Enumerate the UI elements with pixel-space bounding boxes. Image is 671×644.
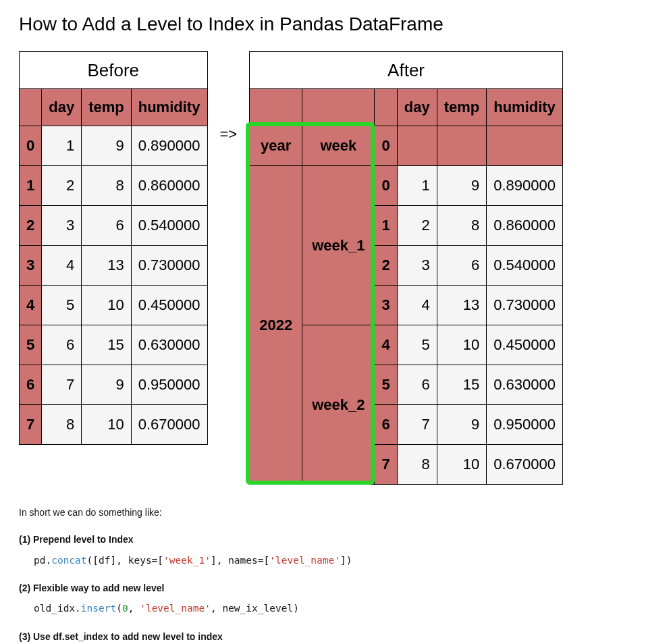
index-top-inner: 0 — [375, 126, 397, 166]
table-row: 6790.950000 — [20, 365, 208, 405]
notes-intro: In short we can do something like: — [19, 505, 652, 520]
cell-temp: 13 — [437, 286, 487, 325]
row-index: 6 — [375, 405, 397, 445]
before-caption: Before — [20, 52, 208, 89]
table-row: 45100.450000 — [20, 286, 208, 325]
col-temp: temp — [82, 89, 132, 126]
col-day: day — [397, 89, 437, 126]
row-index: 5 — [375, 365, 397, 405]
cell-humidity: 0.730000 — [487, 286, 563, 325]
cell-temp: 15 — [82, 325, 132, 365]
col-temp: temp — [437, 89, 487, 126]
cell-temp: 8 — [82, 166, 132, 206]
cell-humidity: 0.630000 — [487, 365, 563, 405]
row-index: 7 — [20, 405, 42, 445]
row-index: 4 — [375, 325, 397, 365]
before-table: Before day temp humidity 0190.8900001280… — [19, 51, 208, 445]
level-week1: week_1 — [302, 166, 375, 325]
cell-day: 1 — [397, 166, 437, 206]
cell-humidity: 0.630000 — [131, 325, 207, 365]
cell-day: 6 — [42, 325, 82, 365]
cell-humidity: 0.450000 — [131, 286, 207, 325]
row-index: 1 — [20, 166, 42, 206]
notes-section: In short we can do something like: (1) P… — [19, 505, 652, 644]
cell-day: 5 — [42, 286, 82, 325]
code-block-1: pd.concat([df], keys=['week_1'], names=[… — [34, 553, 652, 568]
table-row: 1280.860000 — [20, 166, 208, 206]
index-name-week: week — [302, 126, 375, 166]
after-caption: After — [250, 52, 563, 89]
row-index: 3 — [375, 286, 397, 325]
step2-title: (2) Flexible way to add new level — [19, 581, 652, 595]
cell-day: 8 — [397, 445, 437, 485]
cell-day: 1 — [42, 126, 82, 166]
cell-humidity: 0.950000 — [131, 365, 207, 405]
table-row: 34130.730000 — [20, 246, 208, 286]
step3-title: (3) Use df.set_index to add new level to… — [19, 629, 652, 644]
table-row: 78100.670000 — [20, 405, 208, 445]
level-year: 2022 — [250, 166, 302, 485]
col-day: day — [42, 89, 82, 126]
arrow-icon: => — [220, 126, 238, 143]
cell-temp: 9 — [437, 405, 487, 445]
cell-temp: 10 — [82, 286, 132, 325]
cell-temp: 13 — [82, 246, 132, 286]
cell-temp: 9 — [82, 365, 132, 405]
cell-day: 4 — [397, 286, 437, 325]
table-row: 0190.890000 — [20, 126, 208, 166]
row-index: 1 — [375, 206, 397, 246]
table-row: 2022week_10190.890000 — [250, 166, 563, 206]
cell-temp: 10 — [437, 445, 487, 485]
cell-humidity: 0.450000 — [487, 325, 563, 365]
after-table: After day temp humidity year week 0 2022… — [249, 51, 563, 485]
cell-temp: 6 — [82, 206, 132, 246]
cell-humidity: 0.890000 — [131, 126, 207, 166]
cell-humidity: 0.860000 — [131, 166, 207, 206]
cell-temp: 10 — [437, 325, 487, 365]
cell-humidity: 0.730000 — [131, 246, 207, 286]
table-row: 2360.540000 — [20, 206, 208, 246]
cell-temp: 9 — [437, 166, 487, 206]
cell-day: 5 — [397, 325, 437, 365]
cell-temp: 10 — [82, 405, 132, 445]
cell-day: 3 — [397, 246, 437, 286]
index-name-year: year — [250, 126, 302, 166]
cell-temp: 15 — [437, 365, 487, 405]
cell-day: 6 — [397, 365, 437, 405]
page-title: How to Add a Level to Index in Pandas Da… — [19, 14, 652, 35]
cell-day: 2 — [42, 166, 82, 206]
cell-humidity: 0.670000 — [487, 445, 563, 485]
cell-day: 7 — [42, 365, 82, 405]
cell-humidity: 0.540000 — [131, 206, 207, 246]
cell-temp: 9 — [82, 126, 132, 166]
cell-day: 8 — [42, 405, 82, 445]
cell-temp: 6 — [437, 246, 487, 286]
col-humidity: humidity — [131, 89, 207, 126]
cell-humidity: 0.540000 — [487, 246, 563, 286]
cell-humidity: 0.670000 — [131, 405, 207, 445]
step1-title: (1) Prepend level to Index — [19, 532, 652, 547]
row-index: 2 — [20, 206, 42, 246]
cell-day: 4 — [42, 246, 82, 286]
row-index: 6 — [20, 365, 42, 405]
row-index: 5 — [20, 325, 42, 365]
code-block-2: old_idx.insert(0, 'level_name', new_ix_l… — [34, 601, 652, 616]
col-humidity: humidity — [487, 89, 563, 126]
cell-humidity: 0.950000 — [487, 405, 563, 445]
cell-temp: 8 — [437, 206, 487, 246]
tables-row: Before day temp humidity 0190.8900001280… — [19, 51, 652, 485]
cell-humidity: 0.860000 — [487, 206, 563, 246]
row-index: 3 — [20, 246, 42, 286]
level-week2: week_2 — [302, 325, 375, 485]
cell-day: 7 — [397, 405, 437, 445]
row-index: 0 — [375, 166, 397, 206]
row-index: 0 — [20, 126, 42, 166]
cell-day: 2 — [397, 206, 437, 246]
row-index: 7 — [375, 445, 397, 485]
table-row: 56150.630000 — [20, 325, 208, 365]
row-index: 2 — [375, 246, 397, 286]
cell-day: 3 — [42, 206, 82, 246]
row-index: 4 — [20, 286, 42, 325]
cell-humidity: 0.890000 — [487, 166, 563, 206]
